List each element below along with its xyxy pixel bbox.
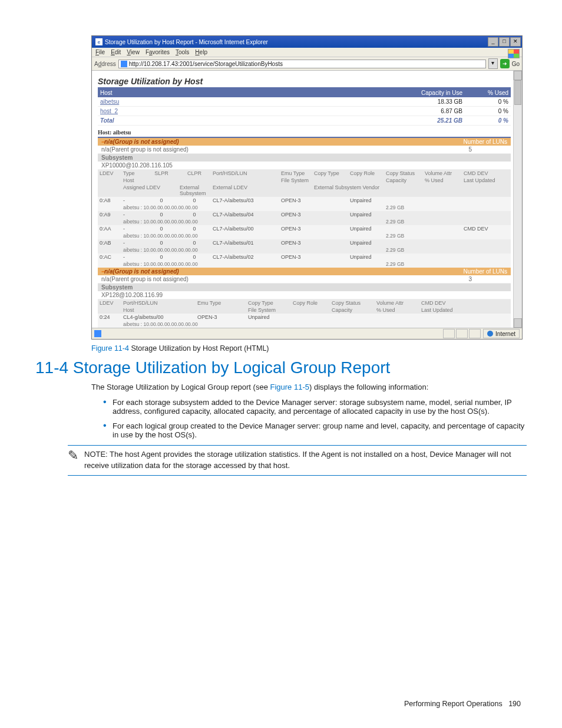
group-row: ━n/a(Group is not assigned) Number of LU… — [98, 268, 511, 275]
col-host: Host — [98, 88, 395, 97]
ldev-table: LDEV Type SLPR CLPR Port/HSD/LUN Emu Typ… — [98, 170, 511, 268]
ie-icon: e — [95, 38, 103, 45]
note-text: The host Agent provides the storage util… — [84, 450, 511, 470]
host-header: Host: aibetsu — [98, 126, 511, 138]
ldev-row: 0:24CL4-g/aibetsu/00OPEN-3Unpaired — [98, 314, 511, 321]
menu-tools[interactable]: Tools — [176, 49, 189, 55]
figure-link[interactable]: Figure 11-5 — [270, 383, 309, 391]
scroll-thumb[interactable] — [514, 80, 521, 105]
status-pane — [469, 329, 481, 338]
page-status-icon — [94, 330, 101, 337]
subsystem-header: Subsystem — [98, 154, 511, 162]
summary-table: Host Capacity in Use % Used aibetsu 18.3… — [98, 88, 511, 126]
ldev-subrow: aibetsu : 10.00.00.00.00.00.00.00 — [98, 321, 511, 328]
menubar: File Edit View Favorites Tools Help — [92, 48, 522, 57]
browser-window: e Storage Utilization by Host Report - M… — [91, 35, 523, 340]
address-label: Address — [94, 61, 116, 67]
total-row: Total 25.21 GB 0 % — [98, 116, 511, 126]
ldev-subrow: aibetsu : 10.00.00.00.00.00.00.002.29 GB — [98, 261, 511, 268]
table-row: aibetsu 18.33 GB 0 % — [98, 97, 511, 107]
menu-view[interactable]: View — [127, 49, 140, 55]
page-footer: Performing Report Operations 190 — [35, 700, 527, 708]
ldev-row: 0:A8-00CL7-A/aibetsu/03OPEN-3Unpaired — [98, 197, 511, 204]
minimize-button[interactable]: _ — [488, 37, 498, 47]
subsystem-value: XP10000@10.208.116.105 — [98, 162, 511, 170]
go-label: Go — [512, 61, 520, 67]
note-label: NOTE: — [84, 450, 108, 459]
menu-help[interactable]: Help — [195, 49, 207, 55]
status-pane — [443, 329, 455, 338]
bullet-list: For each storage subsystem added to the … — [103, 398, 527, 439]
figure-caption: Figure 11-4 Storage Utilization by Host … — [91, 344, 527, 353]
ldev-subrow: aibetsu : 10.00.00.00.00.00.00.002.29 GB — [98, 218, 511, 225]
col-capacity: Capacity in Use — [395, 88, 465, 97]
windows-flag-icon — [508, 49, 520, 58]
ldev-row: 0:AA-00CL7-A/aibetsu/00OPEN-3UnpairedCMD… — [98, 225, 511, 232]
zone-indicator: Internet — [483, 329, 520, 338]
note-block: ✎ NOTE: The host Agent provides the stor… — [68, 445, 527, 476]
maximize-button[interactable]: □ — [499, 37, 510, 47]
globe-icon — [487, 331, 493, 337]
ldev-header-row: LDEV Type SLPR CLPR Port/HSD/LUN Emu Typ… — [98, 170, 511, 177]
address-bar: Address http://10.208.17.43:2001/service… — [92, 57, 522, 71]
ldev-subrow: aibetsu : 10.00.00.00.00.00.00.002.29 GB — [98, 232, 511, 239]
host-link[interactable]: aibetsu — [100, 98, 119, 105]
parent-group-row: n/a(Parent group is not assigned) 5 — [98, 146, 511, 154]
col-used: % Used — [465, 88, 511, 97]
host-link[interactable]: host_2 — [100, 108, 118, 114]
list-item: For each storage subsystem added to the … — [103, 398, 527, 416]
parent-group-row: n/a(Parent group is not assigned) 3 — [98, 275, 511, 284]
scrollbar[interactable] — [513, 71, 522, 328]
scroll-down-icon[interactable] — [514, 318, 522, 328]
note-icon: ✎ — [68, 448, 78, 463]
ldev-subrow: aibetsu : 10.00.00.00.00.00.00.002.29 GB — [98, 204, 511, 211]
subsystem-value: XP128@10.208.116.99 — [98, 291, 511, 299]
go-button[interactable]: ➜ — [500, 59, 510, 68]
menu-favorites[interactable]: Favorites — [146, 49, 170, 55]
address-input[interactable]: http://10.208.17.43:2001/service/Storage… — [118, 60, 486, 68]
page-icon — [121, 61, 127, 67]
ldev-row: 0:A9-00CL7-A/aibetsu/04OPEN-3Unpaired — [98, 211, 511, 218]
address-dropdown[interactable]: ▾ — [488, 58, 498, 69]
ldev-row: 0:AC-00CL7-A/aibetsu/02OPEN-3Unpaired — [98, 253, 511, 261]
list-item: For each logical group created to the De… — [103, 421, 527, 439]
zone-label: Internet — [495, 331, 515, 337]
table-row: host_2 6.87 GB 0 % — [98, 107, 511, 116]
report-title: Storage Utilization by Host — [98, 75, 511, 88]
close-button[interactable]: ✕ — [510, 37, 521, 47]
ldev-row: 0:AB-00CL7-A/aibetsu/01OPEN-3Unpaired — [98, 239, 511, 246]
scroll-up-icon[interactable] — [514, 71, 522, 80]
group-row: ━n/a(Group is not assigned) Number of LU… — [98, 138, 511, 146]
window-title: Storage Utilization by Host Report - Mic… — [105, 39, 268, 45]
ldev-header-row2: Host File System Capacity % Used Last Up… — [98, 177, 511, 184]
intro-paragraph: The Storage Utilization by Logical Group… — [91, 382, 527, 393]
menu-file[interactable]: File — [95, 49, 105, 55]
menu-edit[interactable]: Edit — [111, 49, 121, 55]
url-text: http://10.208.17.43:2001/service/Storage… — [129, 61, 283, 67]
status-pane — [456, 329, 468, 338]
status-bar: Internet — [92, 328, 522, 339]
section-heading: 11-4 Storage Utilization by Logical Grou… — [35, 358, 527, 377]
titlebar: e Storage Utilization by Host Report - M… — [92, 36, 522, 48]
subsystem-header: Subsystem — [98, 284, 511, 291]
ldev-subrow: aibetsu : 10.00.00.00.00.00.00.002.29 GB — [98, 246, 511, 253]
ldev-header-row3: Assigned LDEV External Subsystem Externa… — [98, 184, 511, 197]
ldev-table-2: LDEVPort/HSD/LUNEmu TypeCopy TypeCopy Ro… — [98, 299, 511, 328]
